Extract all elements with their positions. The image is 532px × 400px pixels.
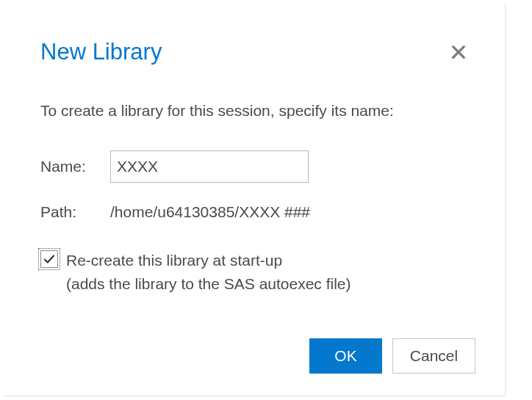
path-label: Path: xyxy=(40,203,110,221)
recreate-checkbox[interactable] xyxy=(40,250,58,268)
close-icon xyxy=(450,44,467,60)
dialog-description: To create a library for this session, sp… xyxy=(40,102,468,120)
ok-button[interactable]: OK xyxy=(309,338,382,374)
dialog-title: New Library xyxy=(40,39,162,65)
dialog-header: New Library xyxy=(40,39,468,65)
path-value: /home/u64130385/XXXX ### xyxy=(110,203,310,221)
checkbox-text-line1: Re-create this library at start-up xyxy=(66,252,282,269)
close-button[interactable] xyxy=(449,43,468,62)
recreate-checkbox-row: Re-create this library at start-up (adds… xyxy=(40,249,468,295)
cancel-button[interactable]: Cancel xyxy=(392,338,475,374)
path-row: Path: /home/u64130385/XXXX ### xyxy=(40,203,468,221)
name-input[interactable] xyxy=(110,150,309,183)
recreate-checkbox-label: Re-create this library at start-up (adds… xyxy=(66,249,351,295)
button-bar: OK Cancel xyxy=(309,338,475,374)
checkbox-text-line2: (adds the library to the SAS autoexec fi… xyxy=(66,275,351,292)
new-library-dialog: New Library To create a library for this… xyxy=(4,4,506,396)
name-row: Name: xyxy=(40,150,468,183)
name-label: Name: xyxy=(40,158,110,175)
checkmark-icon xyxy=(43,252,56,266)
